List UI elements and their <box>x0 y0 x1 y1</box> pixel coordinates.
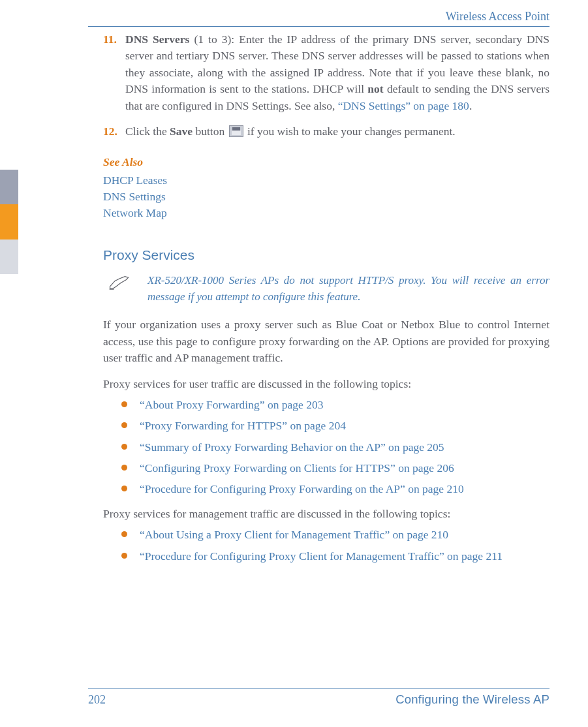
page-number: 202 <box>88 691 106 708</box>
step-tail: . <box>469 99 472 112</box>
link-procedure-forwarding-ap[interactable]: “Procedure for Configuring Proxy Forward… <box>121 481 549 497</box>
section-heading-proxy-services: Proxy Services <box>103 245 549 265</box>
step-post: if you wish to make your changes permane… <box>245 125 456 138</box>
paragraph-mgmt-topics-intro: Proxy services for management traffic ar… <box>103 506 549 522</box>
footer-chapter-title: Configuring the Wireless AP <box>395 691 549 709</box>
link-about-proxy-client-mgmt[interactable]: “About Using a Proxy Client for Manageme… <box>121 527 549 543</box>
page-body: 11. DNS Servers (1 to 3): Enter the IP a… <box>103 31 549 572</box>
thumb-tab <box>0 170 18 274</box>
header-rule <box>88 26 549 27</box>
user-topics-list: “About Proxy Forwarding” on page 203 “Pr… <box>121 397 549 498</box>
step-pre: Click the <box>125 125 170 138</box>
link-procedure-proxy-client-mgmt[interactable]: “Procedure for Configuring Proxy Client … <box>121 548 549 565</box>
footer-rule <box>88 688 549 688</box>
link-dns-settings-2[interactable]: DNS Settings <box>103 189 549 205</box>
note-text: XR-520/XR-1000 Series APs do not support… <box>147 273 549 305</box>
page-footer: 202 Configuring the Wireless AP <box>88 688 549 709</box>
link-network-map[interactable]: Network Map <box>103 205 549 221</box>
link-about-proxy-forwarding[interactable]: “About Proxy Forwarding” on page 203 <box>121 397 549 413</box>
see-also-heading: See Also <box>103 154 549 170</box>
step-range: (1 to 3): <box>189 33 239 46</box>
link-dns-settings[interactable]: “DNS Settings” on page 180 <box>338 99 469 112</box>
emphasis-not: not <box>367 82 383 95</box>
link-dhcp-leases[interactable]: DHCP Leases <box>103 172 549 189</box>
step-mid: button <box>193 125 227 138</box>
writing-hand-icon <box>108 281 131 294</box>
link-summary-proxy-behavior[interactable]: “Summary of Proxy Forwarding Behavior on… <box>121 439 549 456</box>
see-also-list: DHCP Leases DNS Settings Network Map <box>103 172 549 222</box>
link-config-forwarding-clients-https[interactable]: “Configuring Proxy Forwarding on Clients… <box>121 460 549 476</box>
save-disk-icon <box>229 125 243 137</box>
page-header: Wireless Access Point <box>88 8 549 27</box>
save-label: Save <box>170 125 193 138</box>
step-title: DNS Servers <box>125 33 189 46</box>
step-body: Click the Save button if you wish to mak… <box>125 123 549 140</box>
step-12: 12. Click the Save button if you wish to… <box>103 123 549 140</box>
paragraph-intro: If your organization uses a proxy server… <box>103 317 549 366</box>
link-proxy-forwarding-https[interactable]: “Proxy Forwarding for HTTPS” on page 204 <box>121 418 549 434</box>
step-number: 11. <box>103 31 125 114</box>
step-number: 12. <box>103 123 125 140</box>
note-block: XR-520/XR-1000 Series APs do not support… <box>108 273 549 305</box>
paragraph-user-topics-intro: Proxy services for user traffic are disc… <box>103 376 549 392</box>
mgmt-topics-list: “About Using a Proxy Client for Manageme… <box>121 527 549 565</box>
step-body: DNS Servers (1 to 3): Enter the IP addre… <box>125 31 549 114</box>
step-11: 11. DNS Servers (1 to 3): Enter the IP a… <box>103 31 549 114</box>
header-title: Wireless Access Point <box>88 8 549 25</box>
